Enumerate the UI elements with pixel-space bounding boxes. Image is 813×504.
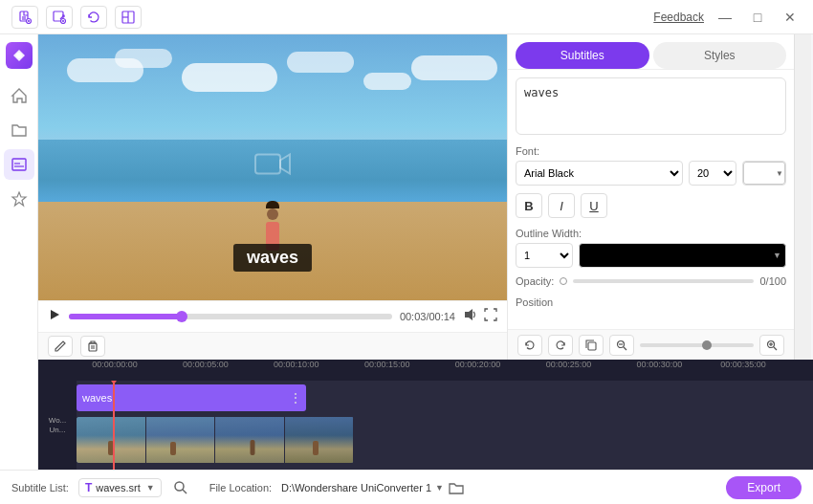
redo-button[interactable] bbox=[548, 335, 573, 356]
layout-button[interactable] bbox=[115, 6, 142, 29]
svg-line-28 bbox=[624, 347, 626, 350]
minimize-button[interactable]: — bbox=[714, 8, 736, 27]
svg-line-31 bbox=[774, 347, 777, 350]
far-right-panel bbox=[794, 34, 811, 360]
font-row: Arial Black Arial Times New Roman 20 14 … bbox=[516, 161, 786, 186]
title-bar-right: Feedback — □ ✕ bbox=[653, 8, 802, 27]
outline-width-label: Outline Width: bbox=[516, 228, 786, 239]
zoom-out-button[interactable] bbox=[609, 335, 634, 356]
track-label: Wo... Un... bbox=[38, 381, 77, 470]
opacity-label: Opacity: bbox=[516, 275, 554, 287]
file-path: D:\Wondershare UniConverter 1 ▼ bbox=[281, 479, 465, 496]
subtitle-edit-button[interactable] bbox=[48, 336, 73, 357]
progress-thumb[interactable] bbox=[176, 311, 187, 322]
file-path-text: D:\Wondershare UniConverter 1 bbox=[281, 482, 431, 493]
cloud-2 bbox=[115, 49, 172, 68]
export-button[interactable]: Export bbox=[726, 476, 802, 499]
playback-controls: 00:03/00:14 bbox=[38, 300, 507, 332]
progress-bar[interactable] bbox=[69, 314, 392, 319]
subtitle-list-label: Subtitle List: bbox=[11, 482, 69, 493]
subtitle-file-name: waves.srt bbox=[96, 482, 140, 493]
svg-line-35 bbox=[183, 490, 187, 493]
underline-button[interactable]: U bbox=[581, 193, 607, 218]
track-label-text: Wo... bbox=[49, 416, 67, 426]
tab-styles[interactable]: Styles bbox=[653, 42, 787, 69]
feedback-link[interactable]: Feedback bbox=[653, 11, 704, 24]
person bbox=[264, 201, 281, 249]
refresh-button[interactable] bbox=[80, 6, 107, 29]
opacity-slider[interactable] bbox=[573, 279, 754, 283]
sidebar bbox=[0, 34, 38, 470]
fullscreen-button[interactable] bbox=[484, 308, 497, 324]
cloud-3 bbox=[182, 63, 277, 92]
svg-rect-19 bbox=[255, 155, 280, 174]
zoom-slider[interactable] bbox=[640, 343, 754, 347]
import-button[interactable] bbox=[46, 6, 73, 29]
timeline-tracks: waves ⋮ bbox=[77, 381, 813, 470]
subtitle-file-select[interactable]: T waves.srt ▼ bbox=[78, 478, 162, 497]
cloud-5 bbox=[363, 73, 411, 90]
file-location-label: File Location: bbox=[209, 482, 272, 493]
font-size-select[interactable]: 20 14 16 24 bbox=[689, 161, 736, 186]
new-file-button[interactable] bbox=[11, 6, 38, 29]
time-mark-1: 00:00:05:00 bbox=[183, 360, 229, 369]
time-display: 00:03/00:14 bbox=[400, 311, 455, 322]
video-section: waves 00:03/00:14 bbox=[38, 34, 507, 360]
volume-button[interactable] bbox=[463, 308, 476, 324]
app-logo bbox=[6, 42, 33, 69]
sidebar-item-home[interactable] bbox=[4, 80, 34, 111]
undo-button[interactable] bbox=[517, 335, 542, 356]
svg-marker-20 bbox=[280, 155, 290, 174]
content-area: waves 00:03/00:14 bbox=[38, 34, 813, 470]
font-label: Font: bbox=[516, 145, 786, 157]
sidebar-item-subtitles[interactable] bbox=[4, 149, 34, 180]
panel-tabs: Subtitles Styles bbox=[508, 34, 794, 70]
ruler-marks: 00:00:00:00 00:00:05:00 00:00:10:00 00:0… bbox=[115, 360, 813, 381]
transform-toolbar bbox=[508, 329, 794, 360]
person-head bbox=[267, 208, 278, 220]
playhead[interactable] bbox=[113, 381, 115, 470]
italic-button[interactable]: I bbox=[548, 193, 575, 218]
timeline-body: Wo... Un... waves ⋮ bbox=[38, 381, 813, 470]
timeline-area: 00:00:00:00 00:00:05:00 00:00:10:00 00:0… bbox=[38, 360, 813, 470]
maximize-button[interactable]: □ bbox=[746, 8, 769, 27]
close-button[interactable]: ✕ bbox=[779, 8, 802, 27]
time-mark-2: 00:00:10:00 bbox=[274, 360, 319, 369]
font-color-button[interactable]: ▼ bbox=[742, 161, 786, 186]
sidebar-item-effects[interactable] bbox=[4, 184, 34, 214]
sky-clouds bbox=[38, 44, 507, 140]
video-container: waves bbox=[38, 34, 507, 300]
subtitle-text-input[interactable]: waves bbox=[516, 77, 786, 135]
bold-button[interactable]: B bbox=[516, 193, 542, 218]
play-button[interactable] bbox=[48, 308, 61, 324]
subtitle-search-button[interactable] bbox=[171, 478, 190, 497]
svg-marker-21 bbox=[51, 310, 59, 319]
outline-color-button[interactable]: ▼ bbox=[579, 243, 786, 268]
bottom-bar: Subtitle List: T waves.srt ▼ File Locati… bbox=[0, 470, 813, 504]
title-bar: Feedback — □ ✕ bbox=[0, 0, 813, 34]
sidebar-item-folder[interactable] bbox=[4, 115, 34, 145]
video-camera-overlay bbox=[253, 149, 292, 186]
zoom-thumb[interactable] bbox=[702, 340, 712, 350]
svg-rect-26 bbox=[588, 342, 596, 350]
time-mark-3: 00:00:15:00 bbox=[364, 360, 410, 369]
subtitle-toolbar bbox=[38, 332, 507, 360]
tab-subtitles[interactable]: Subtitles bbox=[516, 42, 649, 69]
file-folder-button[interactable] bbox=[448, 479, 465, 496]
font-family-select[interactable]: Arial Black Arial Times New Roman bbox=[516, 161, 683, 186]
subtitle-clip-handle[interactable]: ⋮ bbox=[289, 390, 302, 405]
subtitle-clip-label: waves bbox=[82, 392, 112, 404]
copy-button[interactable] bbox=[579, 335, 604, 356]
zoom-in-button[interactable] bbox=[759, 335, 784, 356]
subtitle-track-clip[interactable]: waves ⋮ bbox=[77, 384, 306, 411]
color-dropdown-arrow: ▼ bbox=[776, 169, 783, 178]
svg-point-34 bbox=[175, 482, 184, 491]
svg-point-14 bbox=[16, 53, 22, 58]
video-panel-row: waves 00:03/00:14 bbox=[38, 34, 813, 360]
outline-color-arrow: ▼ bbox=[773, 251, 781, 260]
timeline-ruler: 00:00:00:00 00:00:05:00 00:00:10:00 00:0… bbox=[38, 360, 813, 381]
person-hair bbox=[266, 201, 279, 208]
outline-width-select[interactable]: 1 2 3 bbox=[516, 243, 573, 268]
panel-content: waves Font: Arial Black Arial Times New … bbox=[508, 70, 794, 329]
subtitle-delete-button[interactable] bbox=[80, 336, 105, 357]
